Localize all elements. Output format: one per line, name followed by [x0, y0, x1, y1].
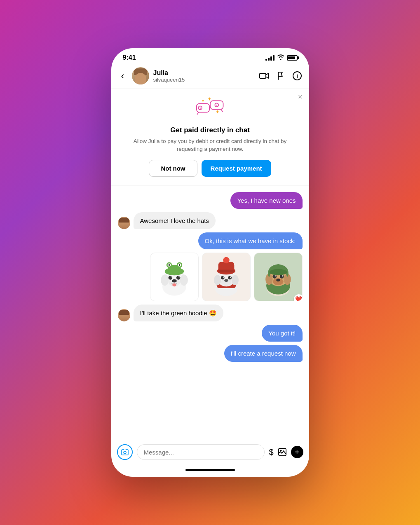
message-row: You got it!: [118, 325, 303, 342]
svg-point-40: [231, 275, 238, 285]
svg-text:$: $: [216, 104, 218, 107]
svg-point-23: [168, 276, 172, 280]
svg-point-3: [297, 74, 298, 75]
product-images-row: ❤️: [118, 253, 303, 301]
message-row: Yes, I have new ones: [118, 192, 303, 209]
not-now-button[interactable]: Not now: [149, 160, 197, 177]
header-actions: [259, 70, 303, 81]
status-time: 9:41: [123, 54, 136, 61]
svg-point-26: [178, 276, 180, 277]
info-button[interactable]: [292, 70, 303, 81]
svg-point-63: [124, 451, 126, 454]
chat-bubble: Ok, this is what we have in stock:: [198, 232, 303, 249]
signal-icon: [265, 55, 275, 61]
svg-point-33: [168, 264, 170, 266]
product-image[interactable]: [202, 253, 251, 301]
gallery-button[interactable]: [278, 448, 287, 457]
avatar: [118, 217, 130, 229]
contact-username: silvaqueen15: [153, 77, 255, 83]
svg-point-19: [180, 274, 188, 286]
banner-buttons: Not now Request payment: [121, 160, 299, 177]
product-image[interactable]: [150, 253, 199, 301]
svg-point-49: [223, 257, 229, 263]
svg-point-22: [172, 283, 176, 286]
svg-text:$: $: [199, 107, 201, 110]
video-call-button[interactable]: [259, 70, 270, 81]
product-image[interactable]: ❤️: [254, 253, 303, 301]
wifi-icon: [277, 54, 284, 61]
message-row: Awesome! I love the hats: [118, 212, 303, 229]
message-row: I'll take the green hoodie 🤩: [118, 305, 303, 321]
svg-point-57: [276, 279, 280, 281]
message-input-bar: $ +: [111, 440, 309, 466]
chat-bubble: Yes, I have new ones: [230, 192, 302, 209]
svg-rect-50: [218, 270, 234, 272]
payment-banner: × $ $ Get paid dire: [111, 89, 309, 185]
chat-bubble: You got it!: [262, 325, 302, 342]
chat-header: ‹ Julia silvaqueen15: [111, 65, 309, 89]
phone-frame: 9:41 ‹: [111, 48, 309, 477]
input-actions: $ +: [269, 446, 303, 458]
home-indicator: [111, 466, 309, 477]
svg-point-34: [178, 264, 180, 266]
contact-info: Julia silvaqueen15: [153, 69, 255, 83]
avatar: [118, 309, 130, 321]
camera-button[interactable]: [117, 444, 133, 460]
dollar-button[interactable]: $: [269, 448, 273, 457]
avatar[interactable]: [132, 67, 149, 84]
back-button[interactable]: ‹: [118, 69, 128, 82]
svg-point-44: [228, 276, 232, 279]
svg-point-60: [275, 275, 276, 277]
request-payment-button[interactable]: Request payment: [202, 160, 271, 177]
svg-point-45: [223, 277, 224, 278]
chat-bubble: I'll create a request now: [224, 345, 303, 362]
banner-description: Allow Julia to pay you by debit or credi…: [121, 138, 299, 153]
svg-point-42: [224, 279, 228, 282]
svg-point-18: [161, 274, 169, 286]
message-row: Ok, this is what we have in stock:: [118, 232, 303, 249]
flag-button[interactable]: [275, 70, 286, 81]
status-icons: [265, 54, 298, 61]
payment-icon: $ $: [121, 96, 299, 121]
svg-point-21: [172, 279, 177, 283]
banner-close-button[interactable]: ×: [298, 93, 303, 101]
more-button[interactable]: +: [291, 446, 303, 458]
status-bar: 9:41: [111, 48, 309, 65]
contact-name: Julia: [153, 69, 255, 77]
svg-point-65: [280, 450, 282, 452]
svg-point-61: [282, 275, 283, 277]
battery-icon: [287, 55, 298, 61]
svg-point-24: [176, 276, 180, 280]
svg-point-39: [214, 275, 221, 285]
chat-area: Yes, I have new ones Awesome! I love the…: [111, 185, 309, 440]
svg-point-46: [230, 277, 231, 278]
chat-bubble: Awesome! I love the hats: [134, 212, 216, 229]
chat-bubble: I'll take the green hoodie 🤩: [134, 305, 223, 321]
banner-title: Get paid directly in chat: [121, 126, 299, 134]
message-input[interactable]: [137, 444, 265, 460]
svg-point-43: [221, 276, 224, 279]
svg-point-25: [170, 276, 171, 277]
svg-rect-0: [260, 73, 266, 78]
svg-point-62: [269, 269, 287, 275]
message-row: I'll create a request now: [118, 345, 303, 362]
